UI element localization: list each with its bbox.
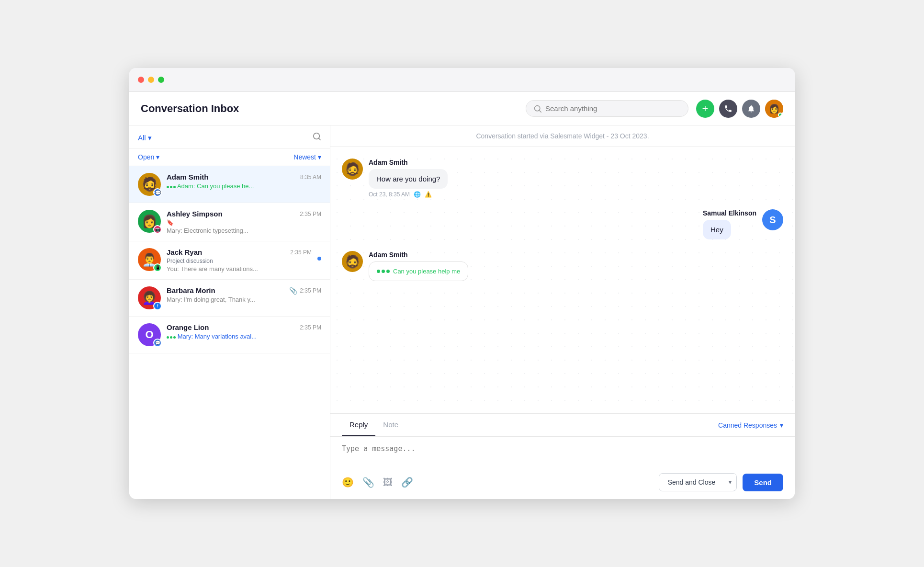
conv-preview-barbara: Mary: I'm doing great, Thank y...	[167, 296, 321, 303]
conv-time-jack: 2:35 PM	[290, 249, 312, 256]
conv-body-adam: Adam Smith 8:35 AM Adam: Can you please …	[167, 173, 321, 190]
conv-preview-orange: Mary: Many variations avai...	[167, 333, 321, 340]
conversation-item-orange[interactable]: O 💬 Orange Lion 2:35 PM	[129, 317, 330, 353]
badge-facebook: f	[153, 302, 162, 310]
reply-input-area	[330, 437, 795, 468]
msg-text-3: Can you please help me	[393, 268, 460, 275]
send-close-main-btn[interactable]: Send and Close	[659, 474, 724, 491]
msg-content-3: Adam Smith Can you please help me	[369, 251, 468, 281]
sort-chevron-icon: ▾	[318, 153, 321, 161]
close-btn[interactable]	[138, 77, 144, 83]
conv-time-ashley: 2:35 PM	[300, 211, 321, 217]
msg-bubble-2: Hey	[703, 220, 731, 239]
msg-content-2: Samual Elkinson Hey	[703, 209, 756, 239]
open-chevron-icon: ▾	[156, 153, 159, 161]
typing-indicator	[167, 186, 176, 188]
conv-sub-ashley: 🔖	[167, 219, 321, 226]
filter-chevron-icon: ▾	[148, 134, 152, 142]
canned-responses-button[interactable]: Canned Responses ▾	[718, 421, 783, 429]
app-header: Conversation Inbox + 👩	[129, 92, 795, 125]
msg-content-1: Adam Smith How are you doing? Oct 23, 8:…	[369, 159, 448, 198]
conversation-item-ashley[interactable]: 👩 📷 Ashley Simpson 2:35 PM 🔖 Mary: Elect…	[129, 203, 330, 241]
tab-note[interactable]: Note	[375, 414, 406, 436]
conv-header-barbara: Barbara Morin 📎 2:35 PM	[167, 286, 321, 295]
conv-preview-jack: You: There are many variations...	[167, 265, 312, 272]
message-row-3: 🧔 Adam Smith Can you please help me	[342, 251, 783, 281]
user-avatar[interactable]: 👩	[765, 100, 783, 118]
header-actions: + 👩	[696, 100, 783, 118]
search-icon	[534, 105, 541, 113]
preview-text-orange: Mary: Many variations avai...	[178, 333, 257, 340]
reply-tabs: Reply Note Canned Responses ▾	[330, 414, 795, 437]
canned-responses-label: Canned Responses	[718, 421, 777, 429]
filter-all-button[interactable]: All ▾	[138, 134, 152, 142]
reply-area: Reply Note Canned Responses ▾	[330, 413, 795, 499]
conv-body-orange: Orange Lion 2:35 PM Mary: Many variation…	[167, 323, 321, 340]
search-bar[interactable]	[526, 100, 688, 117]
send-close-label: Send and Close	[668, 478, 716, 486]
sidebar: All ▾ Open ▾ Newest ▾	[129, 125, 330, 499]
conv-name-barbara: Barbara Morin	[167, 286, 215, 295]
chat-area: Conversation started via Salesmate Widge…	[330, 125, 795, 499]
conv-header-ashley: Ashley Simpson 2:35 PM	[167, 210, 321, 218]
chat-header-text: Conversation started via Salesmate Widge…	[476, 132, 649, 140]
filter-all-label: All	[138, 134, 146, 142]
badge-instagram: 📷	[153, 225, 162, 234]
preview-text-adam: Adam: Can you please he...	[177, 182, 254, 190]
msg-text-1: How are you doing?	[376, 175, 440, 183]
image-icon[interactable]: 🖼	[383, 477, 393, 488]
msg-avatar-adam: 🧔	[342, 159, 363, 180]
conversation-item-barbara[interactable]: 👩‍🦱 f Barbara Morin 📎 2:35 PM	[129, 280, 330, 317]
phone-button[interactable]	[719, 100, 737, 118]
conversation-item-adam[interactable]: 🧔 💬 Adam Smith 8:3	[129, 166, 330, 203]
send-close-dropdown-btn[interactable]: ▾	[724, 474, 736, 490]
app-title: Conversation Inbox	[141, 102, 518, 115]
message-input[interactable]	[342, 444, 783, 462]
sidebar-filters: All ▾	[129, 125, 330, 148]
open-filter-button[interactable]: Open ▾	[138, 153, 159, 161]
svg-line-3	[319, 138, 321, 140]
conv-avatar-adam: 🧔 💬	[138, 173, 161, 196]
send-close-button[interactable]: Send and Close ▾	[659, 473, 737, 491]
msg-avatar-samual: S	[762, 209, 783, 230]
conversation-item-jack[interactable]: 👨‍💼 📱 Jack Ryan 2:35 PM Project discussi…	[129, 241, 330, 280]
conv-name-ashley: Ashley Simpson	[167, 210, 223, 218]
tab-reply[interactable]: Reply	[342, 414, 375, 436]
conversation-list: 🧔 💬 Adam Smith 8:3	[129, 166, 330, 499]
add-button[interactable]: +	[696, 100, 714, 118]
conv-avatar-jack: 👨‍💼 📱	[138, 248, 161, 271]
conv-body-barbara: Barbara Morin 📎 2:35 PM Mary: I'm doing …	[167, 286, 321, 303]
title-bar	[129, 68, 795, 92]
conv-time-adam: 8:35 AM	[300, 174, 321, 181]
conv-preview-ashley: Mary: Electronic typesetting...	[167, 227, 321, 234]
minimize-btn[interactable]	[148, 77, 154, 83]
conv-name-orange: Orange Lion	[167, 323, 209, 331]
notification-button[interactable]	[742, 100, 760, 118]
sort-button[interactable]: Newest ▾	[293, 153, 321, 161]
msg-bubble-3: Can you please help me	[369, 261, 468, 281]
attachment-icon-toolbar[interactable]: 📎	[362, 476, 374, 488]
message-row-2: S Samual Elkinson Hey	[342, 209, 783, 239]
message-row-1: 🧔 Adam Smith How are you doing? Oct 23, …	[342, 159, 783, 198]
conv-body-ashley: Ashley Simpson 2:35 PM 🔖 Mary: Electroni…	[167, 210, 321, 234]
app-window: Conversation Inbox + 👩	[129, 68, 795, 499]
attachment-icon: 📎	[289, 287, 297, 295]
msg-text-2: Hey	[710, 226, 723, 234]
warning-icon: ⚠️	[425, 191, 432, 198]
link-icon[interactable]: 🔗	[401, 476, 413, 488]
emoji-icon[interactable]: 🙂	[342, 476, 354, 488]
send-button[interactable]: Send	[743, 474, 783, 491]
conv-name-adam: Adam Smith	[167, 173, 209, 181]
unread-indicator	[317, 257, 321, 261]
conv-avatar-orange: O 💬	[138, 323, 161, 346]
toolbar-actions: Send and Close ▾ Send	[659, 473, 783, 491]
online-indicator	[778, 113, 783, 117]
search-input[interactable]	[545, 104, 680, 113]
msg-sender-2: Samual Elkinson	[703, 209, 756, 217]
reply-toolbar: 🙂 📎 🖼 🔗 Send and Close ▾	[330, 468, 795, 499]
sort-label: Newest	[293, 153, 316, 161]
fullscreen-btn[interactable]	[158, 77, 164, 83]
conv-avatar-ashley: 👩 📷	[138, 210, 161, 233]
sidebar-search-icon[interactable]	[313, 132, 321, 143]
chat-messages: 🧔 Adam Smith How are you doing? Oct 23, …	[330, 147, 795, 413]
